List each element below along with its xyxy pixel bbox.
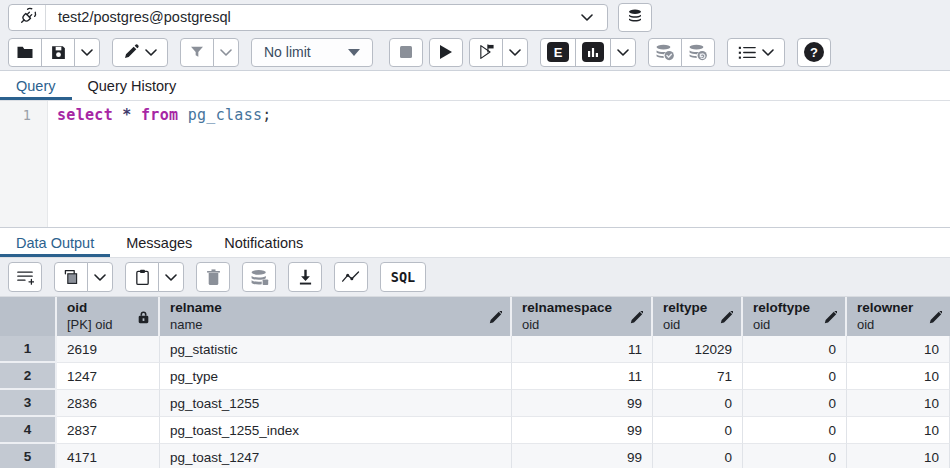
- copy-options-dropdown[interactable]: [87, 262, 113, 292]
- row-limit-select[interactable]: No limit: [251, 38, 373, 67]
- editor-tab-bar: Query Query History: [0, 71, 950, 101]
- cell-relnamespace[interactable]: 99: [512, 390, 653, 417]
- row-number-cell[interactable]: 3: [0, 390, 57, 417]
- tab-notifications-label: Notifications: [224, 235, 303, 251]
- row-number-cell[interactable]: 4: [0, 417, 57, 444]
- column-header-relowner[interactable]: relowner oid: [847, 297, 950, 336]
- chevron-down-icon: [165, 268, 177, 286]
- folder-icon: [16, 44, 34, 60]
- column-header-reltype[interactable]: reltype oid: [653, 297, 743, 336]
- chevron-down-icon: [762, 43, 774, 61]
- chevron-down-icon: [509, 43, 521, 61]
- row-number-cell[interactable]: 5: [0, 444, 57, 468]
- connection-label: test2/postgres@postgresql: [46, 9, 581, 25]
- new-connection-button[interactable]: [618, 3, 652, 32]
- cell-relowner[interactable]: 10: [847, 417, 950, 444]
- explain-options-dropdown[interactable]: [610, 38, 636, 67]
- table-row: 3 2836 pg_toast_1255 99 0 0 10: [0, 390, 950, 417]
- cell-relnamespace[interactable]: 11: [512, 363, 653, 390]
- cell-oid[interactable]: 1247: [57, 363, 160, 390]
- save-data-changes-button[interactable]: [242, 262, 276, 292]
- explain-analyze-button[interactable]: [575, 38, 611, 67]
- tab-data-output[interactable]: Data Output: [0, 228, 110, 257]
- cell-relowner[interactable]: 10: [847, 444, 950, 468]
- cell-relnamespace[interactable]: 11: [512, 336, 653, 363]
- cell-relowner[interactable]: 10: [847, 363, 950, 390]
- download-results-button[interactable]: [288, 262, 322, 292]
- cell-oid[interactable]: 2619: [57, 336, 160, 363]
- show-sql-button[interactable]: SQL: [380, 262, 426, 292]
- column-header-relname[interactable]: relname name: [160, 297, 512, 336]
- column-subtitle: oid: [522, 317, 612, 333]
- table-row: 1 2619 pg_statistic 11 12029 0 10: [0, 336, 950, 363]
- filter-button[interactable]: [180, 38, 214, 67]
- play-icon: [439, 44, 453, 60]
- sql-editor[interactable]: 1 select * from pg_class;: [0, 101, 950, 228]
- cell-relname[interactable]: pg_toast_1255_index: [160, 417, 512, 444]
- paste-button[interactable]: [125, 262, 159, 292]
- tab-messages[interactable]: Messages: [110, 228, 208, 257]
- column-header-oid[interactable]: oid [PK] oid: [57, 297, 160, 336]
- add-row-icon: [16, 269, 34, 285]
- filter-options-dropdown[interactable]: [213, 38, 239, 67]
- commit-button[interactable]: [648, 38, 682, 67]
- cell-relname[interactable]: pg_toast_1255: [160, 390, 512, 417]
- delete-row-button[interactable]: [196, 262, 230, 292]
- cell-reltype[interactable]: 71: [653, 363, 743, 390]
- cancel-query-button[interactable]: [389, 38, 423, 67]
- database-commit-icon: [655, 44, 675, 61]
- cell-relnamespace[interactable]: 99: [512, 417, 653, 444]
- rollback-button[interactable]: [681, 38, 715, 67]
- cell-oid[interactable]: 2837: [57, 417, 160, 444]
- cell-reltype[interactable]: 0: [653, 390, 743, 417]
- cell-reltype[interactable]: 12029: [653, 336, 743, 363]
- execute-query-button[interactable]: [429, 38, 463, 67]
- cell-reloftype[interactable]: 0: [743, 363, 847, 390]
- save-options-dropdown[interactable]: [74, 38, 100, 67]
- cell-relowner[interactable]: 10: [847, 390, 950, 417]
- editor-code-line[interactable]: select * from pg_class;: [48, 101, 950, 227]
- execute-script-button[interactable]: [469, 38, 503, 67]
- cell-relnamespace[interactable]: 99: [512, 444, 653, 468]
- chevron-down-icon: [145, 43, 157, 61]
- explain-button[interactable]: E: [540, 38, 576, 67]
- grid-corner-cell[interactable]: [0, 297, 57, 336]
- database-stack-icon: [626, 8, 644, 26]
- tab-query[interactable]: Query: [0, 71, 72, 100]
- save-file-button[interactable]: [41, 38, 75, 67]
- help-button[interactable]: ?: [797, 38, 831, 67]
- edit-menu-button[interactable]: [112, 38, 168, 67]
- paste-options-dropdown[interactable]: [158, 262, 184, 292]
- cell-relname[interactable]: pg_type: [160, 363, 512, 390]
- macros-menu-button[interactable]: [727, 38, 785, 67]
- tab-notifications[interactable]: Notifications: [208, 228, 319, 257]
- tab-query-history[interactable]: Query History: [72, 71, 193, 100]
- cell-reloftype[interactable]: 0: [743, 444, 847, 468]
- open-file-button[interactable]: [8, 38, 42, 67]
- cell-relowner[interactable]: 10: [847, 336, 950, 363]
- copy-button[interactable]: [54, 262, 88, 292]
- cell-reloftype[interactable]: 0: [743, 417, 847, 444]
- graph-visualiser-button[interactable]: [334, 262, 368, 292]
- copy-icon: [63, 269, 79, 285]
- connection-selector[interactable]: test2/postgres@postgresql: [8, 4, 608, 31]
- database-rollback-icon: [688, 44, 708, 61]
- cell-oid[interactable]: 2836: [57, 390, 160, 417]
- row-number-cell[interactable]: 2: [0, 363, 57, 390]
- cell-relname[interactable]: pg_statistic: [160, 336, 512, 363]
- help-icon: ?: [804, 42, 824, 62]
- clipboard-icon: [135, 269, 150, 286]
- cell-relname[interactable]: pg_toast_1247: [160, 444, 512, 468]
- column-header-relnamespace[interactable]: relnamespace oid: [512, 297, 653, 336]
- add-row-button[interactable]: [8, 262, 42, 292]
- cell-reltype[interactable]: 0: [653, 444, 743, 468]
- execute-options-dropdown[interactable]: [502, 38, 528, 67]
- cell-oid[interactable]: 4171: [57, 444, 160, 468]
- cell-reltype[interactable]: 0: [653, 417, 743, 444]
- cell-reloftype[interactable]: 0: [743, 336, 847, 363]
- column-header-reloftype[interactable]: reloftype oid: [743, 297, 847, 336]
- row-number-cell[interactable]: 1: [0, 336, 57, 363]
- cell-reloftype[interactable]: 0: [743, 390, 847, 417]
- tab-messages-label: Messages: [126, 235, 192, 251]
- chevron-down-icon: [220, 43, 232, 61]
